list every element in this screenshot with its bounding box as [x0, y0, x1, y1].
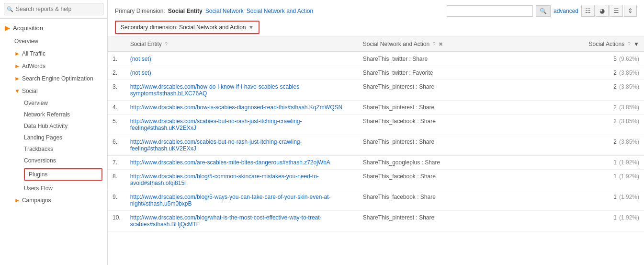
network-cell: ShareThis_twitter : Share [358, 52, 540, 66]
network-cell: ShareThis_pinterest : Share [358, 101, 540, 115]
table-row: 2.(not set)ShareThis_twitter : Favorite2… [108, 66, 644, 80]
row-number: 4. [108, 101, 125, 115]
entity-cell: http://www.drscabies.com/how-do-i-know-i… [125, 80, 358, 101]
row-number: 3. [108, 80, 125, 101]
table-row: 1.(not set)ShareThis_twitter : Share5(9.… [108, 52, 644, 66]
sidebar-item-campaigns[interactable]: ►Campaigns [10, 194, 107, 207]
view-compare-button[interactable]: ⇕ [624, 5, 637, 17]
percentage: (1.92%) [619, 159, 639, 166]
table-body: 1.(not set)ShareThis_twitter : Share5(9.… [108, 52, 644, 231]
sidebar-item-plugins-wrapper: Plugins [22, 166, 105, 183]
sidebar-item-overview-social[interactable]: Overview [19, 97, 107, 109]
sidebar-item-acquisition[interactable]: ▶ Acquisition [0, 21, 107, 35]
sidebar-item-overview-acq[interactable]: Overview [10, 35, 107, 47]
social-children: Overview Network Referrals Data Hub Acti… [10, 97, 107, 194]
campaigns-arrow: ► [14, 197, 20, 204]
entity-cell: http://www.drscabies.com/blog/5-ways-you… [125, 190, 358, 211]
count-cell: 1(1.92%) [540, 211, 644, 231]
entity-cell: http://www.drscabies.com/blog/5-common-s… [125, 170, 358, 190]
network-cell: ShareThis_facebook : Share [358, 115, 540, 135]
entity-cell: http://www.drscabies.com/scabies-but-no-… [125, 115, 358, 135]
dim-social-network-link[interactable]: Social Network [205, 8, 244, 14]
entity-link[interactable]: http://www.drscabies.com/blog/5-ways-you… [130, 194, 331, 207]
percentage: (3.85%) [619, 104, 639, 111]
table-row: 10.http://www.drscabies.com/blog/what-is… [108, 211, 644, 231]
entity-link[interactable]: http://www.drscabies.com/blog/what-is-th… [130, 214, 322, 228]
sidebar-item-data-hub[interactable]: Data Hub Activity [19, 120, 107, 132]
entity-cell: http://www.drscabies.com/scabies-but-no-… [125, 135, 358, 156]
view-grid-button[interactable]: ☷ [581, 5, 595, 17]
network-cell: ShareThis_pinterest : Share [358, 135, 540, 156]
count-cell: 1(1.92%) [540, 190, 644, 211]
network-info-icon[interactable]: ? [433, 41, 436, 47]
sidebar-item-trackbacks[interactable]: Trackbacks [19, 143, 107, 155]
sidebar-item-social[interactable]: ▼Social [10, 85, 107, 97]
dim-social-entity-link[interactable]: Social Entity [168, 8, 203, 14]
dim-social-network-action-link[interactable]: Social Network and Action [247, 8, 313, 14]
entity-not-set: (not set) [130, 56, 151, 62]
sidebar-item-plugins[interactable]: Plugins [24, 168, 102, 181]
row-number: 1. [108, 52, 125, 66]
social-entity-header-label: Social Entity [130, 41, 162, 47]
secondary-dim-label: Secondary dimension: Social Network and … [121, 24, 246, 31]
count-cell: 2(3.85%) [540, 80, 644, 101]
acquisition-label: Acquisition [13, 24, 43, 32]
acquisition-sub-section: Overview ►All Traffic ►AdWords ►Search E… [0, 35, 107, 207]
social-entity-info-icon[interactable]: ? [165, 41, 168, 47]
col-social-entity-header: Social Entity ? [125, 37, 358, 52]
search-input[interactable] [4, 3, 103, 15]
acquisition-arrow-icon: ▶ [5, 24, 10, 32]
entity-link[interactable]: http://www.drscabies.com/blog/5-common-s… [130, 173, 319, 186]
sidebar: 🔍 ▶ Acquisition Overview ►All Traffic ►A… [0, 0, 108, 265]
percentage: (3.85%) [619, 83, 639, 90]
actions-info-icon[interactable]: ? [628, 41, 631, 47]
table-row: 5.http://www.drscabies.com/scabies-but-n… [108, 115, 644, 135]
secondary-dimension-button[interactable]: Secondary dimension: Social Network and … [115, 21, 260, 34]
entity-cell: http://www.drscabies.com/are-scabies-mit… [125, 156, 358, 170]
entity-link[interactable]: http://www.drscabies.com/are-scabies-mit… [130, 159, 330, 166]
all-traffic-arrow: ► [14, 50, 20, 57]
table-search-input[interactable] [447, 5, 533, 17]
entity-link[interactable]: http://www.drscabies.com/scabies-but-no-… [130, 118, 302, 131]
entity-link[interactable]: http://www.drscabies.com/scabies-but-no-… [130, 138, 302, 152]
entity-not-set: (not set) [130, 69, 151, 76]
row-number: 7. [108, 156, 125, 170]
seo-arrow: ► [14, 75, 20, 82]
network-close-icon[interactable]: ✖ [439, 41, 443, 47]
sidebar-item-users-flow[interactable]: Users Flow [19, 183, 107, 194]
network-header-label: Social Network and Action [363, 41, 429, 47]
adwords-arrow: ► [14, 63, 20, 69]
network-cell: ShareThis_facebook : Share [358, 170, 540, 190]
entity-link[interactable]: http://www.drscabies.com/how-do-i-know-i… [130, 83, 301, 97]
view-list-button[interactable]: ☰ [610, 5, 623, 17]
advanced-link[interactable]: advanced [554, 8, 578, 14]
entity-cell: http://www.drscabies.com/blog/what-is-th… [125, 211, 358, 231]
percentage: (1.92%) [619, 194, 639, 200]
primary-dim-label: Primary Dimension: [115, 8, 165, 14]
search-icon: 🔍 [7, 6, 13, 12]
count-cell: 2(3.85%) [540, 135, 644, 156]
table-header-row: Social Entity ? Social Network and Actio… [108, 37, 644, 52]
social-arrow: ▼ [14, 88, 20, 94]
entity-cell: (not set) [125, 52, 358, 66]
row-number: 9. [108, 190, 125, 211]
sidebar-item-conversions[interactable]: Conversions [19, 155, 107, 166]
percentage: (3.85%) [619, 118, 639, 125]
sidebar-item-seo[interactable]: ►Search Engine Optimization [10, 72, 107, 85]
sidebar-item-landing-pages[interactable]: Landing Pages [19, 132, 107, 143]
count-cell: 1(1.92%) [540, 156, 644, 170]
sidebar-item-all-traffic[interactable]: ►All Traffic [10, 47, 107, 60]
table-row: 6.http://www.drscabies.com/scabies-but-n… [108, 135, 644, 156]
network-cell: ShareThis_googleplus : Share [358, 156, 540, 170]
caret-icon: ▼ [248, 24, 254, 31]
view-pie-button[interactable]: ◕ [596, 5, 609, 17]
percentage: (3.85%) [619, 69, 639, 76]
sidebar-item-network-referrals[interactable]: Network Referrals [19, 109, 107, 120]
sidebar-item-adwords[interactable]: ►AdWords [10, 60, 107, 72]
count-cell: 2(3.85%) [540, 66, 644, 80]
network-cell: ShareThis_pinterest : Share [358, 211, 540, 231]
actions-header-label: Social Actions [589, 41, 625, 47]
table-search-button[interactable]: 🔍 [536, 5, 551, 17]
entity-link[interactable]: http://www.drscabies.com/how-is-scabies-… [130, 104, 343, 111]
sort-arrow-icon[interactable]: ▼ [633, 41, 639, 47]
